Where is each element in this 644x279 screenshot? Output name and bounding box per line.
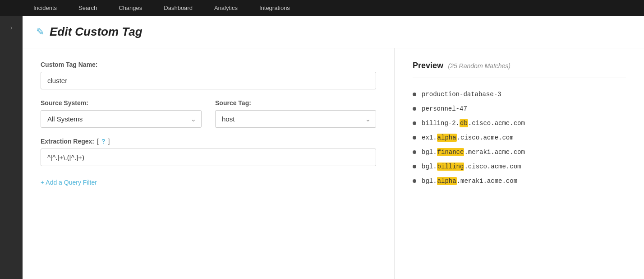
- preview-title: Preview: [413, 61, 443, 70]
- form-panel: Custom Tag Name: Source System: All Syst…: [23, 48, 395, 279]
- sidebar-strip: ›: [0, 16, 23, 279]
- bullet-icon: [413, 150, 416, 154]
- bracket-close: ]: [108, 138, 110, 145]
- source-tag-select[interactable]: host service region env: [215, 110, 376, 128]
- extraction-regex-input[interactable]: [41, 149, 376, 166]
- custom-tag-name-group: Custom Tag Name:: [41, 61, 376, 89]
- nav-dashboard[interactable]: Dashboard: [153, 0, 203, 16]
- nav-search[interactable]: Search: [68, 0, 108, 16]
- source-tag-col: Source Tag: host service region env ⌄: [215, 99, 376, 128]
- preview-header: Preview (25 Random Matches): [413, 61, 626, 78]
- bullet-icon: [413, 107, 416, 111]
- preview-item-text: bgl.billing.cisco.acme.com: [422, 163, 521, 170]
- nav-analytics[interactable]: Analytics: [203, 0, 248, 16]
- extraction-regex-label-row: Extraction Regex: [ ? ]: [41, 138, 376, 145]
- custom-tag-name-input[interactable]: [41, 72, 376, 89]
- source-system-select[interactable]: All Systems Datadog PagerDuty: [41, 110, 202, 128]
- preview-list: production-database-3 personnel-47 billi…: [413, 87, 626, 188]
- top-nav: Incidents Search Changes Dashboard Analy…: [0, 0, 644, 16]
- source-system-select-wrapper: All Systems Datadog PagerDuty ⌄: [41, 110, 202, 128]
- highlight-match: finance: [437, 148, 465, 156]
- preview-item-text: bgl.finance.meraki.acme.com: [422, 149, 525, 156]
- sidebar-collapse-icon[interactable]: ›: [7, 20, 16, 35]
- bullet-icon: [413, 121, 416, 125]
- bullet-icon: [413, 165, 416, 168]
- page-header: ✎ Edit Custom Tag: [23, 16, 644, 48]
- preview-item-text: bgl.alpha.meraki.acme.com: [422, 177, 517, 185]
- highlight-match: db: [460, 119, 468, 127]
- list-item: ex1.alpha.cisco.acme.com: [413, 130, 626, 145]
- preview-item-text: production-database-3: [422, 91, 501, 98]
- extraction-regex-group: Extraction Regex: [ ? ]: [41, 138, 376, 166]
- preview-item-text: billing-2.db.cisco.acme.com: [422, 120, 525, 127]
- preview-item-text: ex1.alpha.cisco.acme.com: [422, 134, 514, 141]
- source-system-col: Source System: All Systems Datadog Pager…: [41, 99, 202, 128]
- source-row: Source System: All Systems Datadog Pager…: [41, 99, 376, 128]
- main-content: ✎ Edit Custom Tag Custom Tag Name: Sourc…: [23, 16, 644, 279]
- list-item: bgl.billing.cisco.acme.com: [413, 159, 626, 174]
- extraction-regex-label: Extraction Regex:: [41, 138, 94, 145]
- source-tag-label: Source Tag:: [215, 99, 376, 107]
- highlight-match: billing: [437, 163, 465, 171]
- list-item: bgl.alpha.meraki.acme.com: [413, 174, 626, 188]
- bullet-icon: [413, 93, 416, 96]
- bracket-open: [: [97, 138, 99, 145]
- source-system-label: Source System:: [41, 99, 202, 107]
- highlight-match: alpha: [437, 177, 457, 185]
- list-item: billing-2.db.cisco.acme.com: [413, 116, 626, 130]
- list-item: bgl.finance.meraki.acme.com: [413, 145, 626, 159]
- nav-incidents[interactable]: Incidents: [23, 0, 68, 16]
- preview-item-text: personnel-47: [422, 105, 467, 112]
- bullet-icon: [413, 136, 416, 140]
- preview-panel: Preview (25 Random Matches) production-d…: [395, 48, 644, 279]
- edit-icon: ✎: [36, 26, 44, 38]
- bullet-icon: [413, 179, 416, 183]
- custom-tag-name-label: Custom Tag Name:: [41, 61, 376, 68]
- list-item: personnel-47: [413, 102, 626, 116]
- extraction-regex-help-link[interactable]: ?: [101, 138, 106, 145]
- preview-subtitle: (25 Random Matches): [448, 62, 511, 70]
- content-body: Custom Tag Name: Source System: All Syst…: [23, 48, 644, 279]
- source-tag-select-wrapper: host service region env ⌄: [215, 110, 376, 128]
- add-query-filter-link[interactable]: + Add a Query Filter: [41, 179, 97, 186]
- list-item: production-database-3: [413, 87, 626, 102]
- nav-integrations[interactable]: Integrations: [248, 0, 301, 16]
- nav-changes[interactable]: Changes: [108, 0, 153, 16]
- highlight-match: alpha: [437, 134, 457, 142]
- page-title: Edit Custom Tag: [50, 25, 143, 39]
